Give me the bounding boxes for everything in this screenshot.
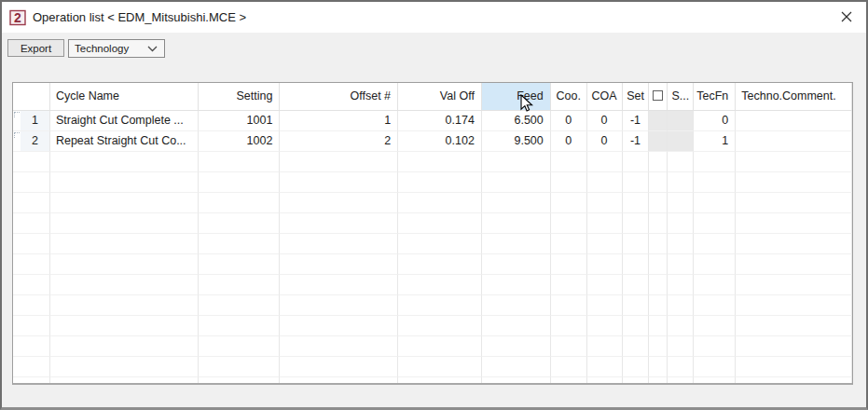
cell-coa[interactable]: 0 — [587, 131, 623, 152]
close-icon — [841, 11, 852, 22]
column-header-val-off[interactable]: Val Off — [398, 83, 482, 111]
column-header-coa[interactable]: COA — [587, 83, 623, 111]
cell-tecfn — [694, 357, 736, 377]
cell-set — [623, 377, 650, 385]
column-header-tecfn[interactable]: TecFn — [694, 83, 736, 111]
cell-set[interactable]: -1 — [623, 111, 650, 131]
cell-tecfn — [694, 275, 736, 295]
cell-comment — [736, 234, 852, 254]
cell-offset[interactable]: 1 — [280, 111, 398, 131]
cell-offset[interactable]: 2 — [280, 131, 398, 152]
cell-setting — [199, 193, 281, 213]
row-number-cell[interactable]: 2 — [21, 131, 50, 152]
row-number-cell — [21, 295, 50, 316]
export-button[interactable]: Export — [7, 39, 64, 57]
cell-coa — [587, 336, 623, 357]
cell-feed — [482, 193, 551, 213]
row-drag-handle — [13, 254, 21, 275]
cell-comment — [736, 193, 852, 213]
cell-cycle-name — [50, 152, 199, 172]
operation-list-window: 2 Operation list < EDM_Mitsubishi.MCE > … — [0, 0, 868, 410]
cell-coo — [551, 275, 587, 295]
row-drag-handle — [13, 234, 21, 254]
cell-set — [623, 275, 650, 295]
cell-coo — [551, 295, 587, 316]
row-drag-handle — [13, 336, 21, 357]
cell-cycle-name[interactable]: Straight Cut Complete ... — [50, 111, 199, 131]
select-all-checkbox[interactable] — [653, 90, 663, 101]
cell-tecfn[interactable]: 1 — [694, 131, 736, 152]
cell-feed[interactable]: 6.500 — [482, 111, 551, 131]
cell-set[interactable]: -1 — [623, 131, 650, 152]
cell-cycle-name[interactable]: Repeat Straight Cut Co... — [50, 131, 199, 152]
cell-offset — [280, 295, 398, 316]
title-bar: 2 Operation list < EDM_Mitsubishi.MCE > — [2, 2, 866, 33]
column-header-set[interactable]: Set — [623, 83, 650, 111]
column-header-coo[interactable]: Coo. — [551, 83, 587, 111]
cell-s[interactable] — [668, 111, 694, 131]
cell-s — [668, 193, 694, 213]
cell-val-off — [398, 172, 482, 193]
cell-tecfn — [694, 213, 736, 234]
cell-select[interactable] — [649, 131, 668, 152]
cell-tecfn — [694, 193, 736, 213]
column-header-comment[interactable]: Techno.Comment. — [736, 83, 852, 111]
empty-grid-row — [13, 316, 852, 336]
cell-comment[interactable] — [736, 131, 852, 152]
cell-set — [623, 316, 650, 336]
cell-s — [668, 316, 694, 336]
cell-coa — [587, 234, 623, 254]
close-button[interactable] — [831, 4, 862, 30]
column-header-row-number — [21, 83, 50, 111]
row-drag-handle[interactable] — [13, 111, 21, 131]
cell-tecfn — [694, 152, 736, 172]
table-row: 1Straight Cut Complete ...100110.1746.50… — [13, 111, 852, 131]
cell-feed — [482, 336, 551, 357]
cell-s — [668, 377, 694, 385]
column-header-s[interactable]: S... — [668, 83, 694, 111]
cell-coa — [587, 213, 623, 234]
row-drag-handle[interactable] — [13, 131, 21, 152]
cell-comment — [736, 254, 852, 275]
row-drag-handle — [13, 275, 21, 295]
cell-coa[interactable]: 0 — [587, 111, 623, 131]
cell-val-off — [398, 213, 482, 234]
column-header-feed[interactable]: Feed — [482, 83, 551, 111]
empty-grid-row — [13, 193, 852, 213]
empty-grid-row — [13, 336, 852, 357]
cell-select[interactable] — [649, 111, 668, 131]
cell-coo[interactable]: 0 — [551, 131, 587, 152]
cell-offset — [280, 254, 398, 275]
cell-val-off — [398, 336, 482, 357]
cell-tecfn — [694, 336, 736, 357]
cell-offset — [280, 377, 398, 385]
cell-setting[interactable]: 1001 — [199, 111, 281, 131]
cell-val-off — [398, 316, 482, 336]
cell-cycle-name — [50, 213, 199, 234]
cell-coo[interactable]: 0 — [551, 111, 587, 131]
cell-val-off — [398, 254, 482, 275]
column-header-setting[interactable]: Setting — [199, 83, 281, 111]
cell-comment — [736, 213, 852, 234]
row-number-cell — [21, 234, 50, 254]
cell-tecfn[interactable]: 0 — [694, 111, 736, 131]
cell-val-off[interactable]: 0.174 — [398, 111, 482, 131]
cell-cycle-name — [50, 295, 199, 316]
row-handle-icon — [14, 112, 20, 117]
cell-comment[interactable] — [736, 111, 852, 131]
cell-val-off[interactable]: 0.102 — [398, 131, 482, 152]
column-header-select[interactable] — [649, 83, 668, 111]
column-header-cycle-name[interactable]: Cycle Name — [50, 83, 199, 111]
technology-dropdown[interactable]: Technology — [68, 39, 165, 58]
cell-select — [649, 377, 668, 385]
cell-feed[interactable]: 9.500 — [482, 131, 551, 152]
cell-s[interactable] — [668, 131, 694, 152]
row-number-cell[interactable]: 1 — [21, 111, 50, 131]
cell-set — [623, 295, 650, 316]
cell-select — [649, 193, 668, 213]
column-header-offset[interactable]: Offset # — [280, 83, 398, 111]
cell-feed — [482, 316, 551, 336]
cell-select — [649, 275, 668, 295]
cell-setting[interactable]: 1002 — [199, 131, 281, 152]
empty-grid-row — [13, 152, 852, 172]
